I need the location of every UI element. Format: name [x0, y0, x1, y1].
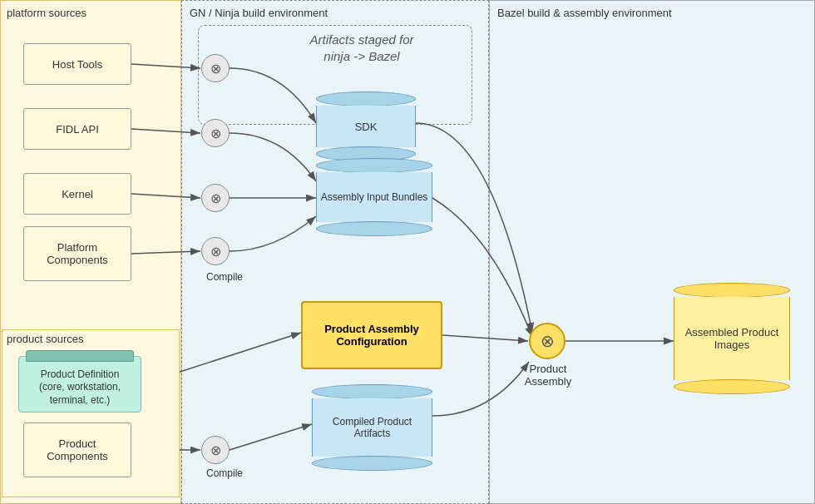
product-sources-label: product sources: [7, 333, 84, 345]
diagram-container: platform sources GN / Ninja build enviro…: [0, 0, 815, 504]
gn-ninja-label: GN / Ninja build environment: [190, 7, 328, 19]
compile-label-2: Compile: [200, 467, 249, 479]
fidl-api-circle: ⊗: [201, 119, 230, 147]
kernel-box: Kernel: [23, 173, 131, 215]
host-tools-circle: ⊗: [201, 54, 230, 82]
assembled-product-images-cylinder: Assembled Product Images: [674, 283, 790, 394]
fidl-api-box: FIDL API: [23, 108, 131, 150]
product-assembly-config-box: Product Assembly Configuration: [301, 301, 442, 369]
bazel-label: Bazel build & assembly environment: [497, 7, 672, 19]
product-components-box: Product Components: [23, 422, 131, 477]
product-definition-box: Product Definition (core, workstation, t…: [18, 356, 141, 413]
platform-sources-label: platform sources: [7, 7, 86, 19]
product-components-circle: ⊗: [201, 436, 230, 464]
kernel-circle: ⊗: [201, 184, 230, 212]
platform-components-circle: ⊗: [201, 237, 230, 265]
host-tools-box: Host Tools: [23, 43, 131, 85]
region-bazel: [489, 0, 815, 504]
compile-label-1: Compile: [200, 271, 249, 283]
platform-components-box: Platform Components: [23, 226, 131, 281]
product-assembly-circle: ⊗: [529, 323, 566, 359]
assembly-input-bundles-cylinder: Assembly Input Bundles: [316, 158, 432, 236]
sdk-cylinder: SDK: [316, 91, 416, 161]
compiled-product-artifacts-cylinder: Compiled Product Artifacts: [312, 384, 432, 471]
artifacts-staged-label: Artifacts staged for ninja -> Bazel: [274, 32, 449, 64]
product-assembly-label: Product Assembly: [516, 363, 580, 388]
